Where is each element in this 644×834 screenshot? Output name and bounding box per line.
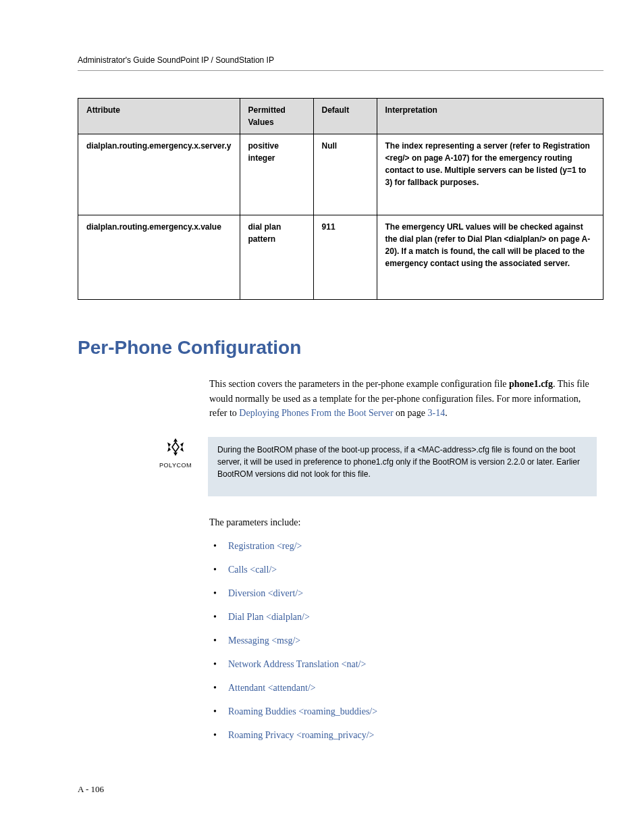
- link-diversion[interactable]: Diversion <divert/>: [228, 588, 303, 598]
- polycom-logo-icon: [165, 438, 186, 456]
- svg-marker-5: [180, 447, 184, 452]
- note-block: POLYCOM During the BootROM phase of the …: [155, 437, 597, 496]
- params-list: Registration <reg/> Calls <call/> Divers…: [209, 539, 597, 742]
- cell-permitted: dial plan pattern: [240, 215, 313, 300]
- list-item: Diversion <divert/>: [209, 586, 597, 600]
- th-attribute: Attribute: [78, 99, 240, 134]
- intro-paragraph: This section covers the parameters in th…: [209, 377, 597, 421]
- th-permitted: Permitted Values: [240, 99, 313, 134]
- polycom-logo: POLYCOM: [155, 438, 196, 471]
- list-item: Roaming Buddies <roaming_buddies/>: [209, 704, 597, 719]
- list-item: Network Address Translation <nat/>: [209, 657, 597, 671]
- th-default: Default: [313, 99, 377, 134]
- intro-text-4: .: [445, 408, 448, 418]
- list-item: Calls <call/>: [209, 563, 597, 577]
- cell-attribute: dialplan.routing.emergency.x.server.y: [78, 134, 240, 215]
- polycom-logo-text: POLYCOM: [159, 461, 192, 471]
- link-calls[interactable]: Calls <call/>: [228, 565, 277, 575]
- intro-text-1: This section covers the parameters in th…: [209, 379, 509, 389]
- link-roaming-buddies[interactable]: Roaming Buddies <roaming_buddies/>: [228, 706, 377, 716]
- intro-pageref[interactable]: 3-14: [428, 408, 446, 418]
- link-messaging[interactable]: Messaging <msg/>: [228, 635, 300, 646]
- note-box: During the BootROM phase of the boot-up …: [208, 437, 597, 496]
- svg-marker-3: [180, 442, 184, 447]
- intro-bold-filename: phone1.cfg: [509, 379, 553, 389]
- link-attendant[interactable]: Attendant <attendant/>: [228, 683, 316, 693]
- page-footer: A - 106: [78, 783, 603, 796]
- list-item: Dial Plan <dialplan/>: [209, 610, 597, 624]
- link-roaming-privacy[interactable]: Roaming Privacy <roaming_privacy/>: [228, 730, 374, 740]
- list-item: Roaming Privacy <roaming_privacy/>: [209, 728, 597, 742]
- list-item: Messaging <msg/>: [209, 633, 597, 648]
- svg-marker-2: [167, 442, 171, 447]
- svg-marker-4: [167, 447, 171, 452]
- link-dialplan[interactable]: Dial Plan <dialplan/>: [228, 612, 310, 622]
- intro-link-deploying[interactable]: Deploying Phones From the Boot Server: [239, 408, 393, 418]
- list-item: Attendant <attendant/>: [209, 681, 597, 695]
- intro-text-3: on page: [394, 408, 428, 418]
- table-row: dialplan.routing.emergency.x.value dial …: [78, 215, 603, 300]
- cell-interpretation: The index representing a server (refer t…: [377, 134, 603, 215]
- svg-marker-0: [173, 438, 178, 442]
- list-intro: The parameters include:: [209, 515, 597, 529]
- cell-default: Null: [313, 134, 377, 215]
- svg-marker-1: [173, 452, 178, 456]
- link-nat[interactable]: Network Address Translation <nat/>: [228, 659, 366, 669]
- section-heading: Per-Phone Configuration: [78, 334, 603, 362]
- table-header-row: Attribute Permitted Values Default Inter…: [78, 99, 603, 134]
- params-table: Attribute Permitted Values Default Inter…: [78, 98, 603, 300]
- cell-attribute: dialplan.routing.emergency.x.value: [78, 215, 240, 300]
- th-interpretation: Interpretation: [377, 99, 603, 134]
- cell-default: 911: [313, 215, 377, 300]
- cell-permitted: positive integer: [240, 134, 313, 215]
- list-item: Registration <reg/>: [209, 539, 597, 553]
- svg-marker-6: [172, 442, 179, 452]
- cell-interpretation: The emergency URL values will be checked…: [377, 215, 603, 300]
- table-row: dialplan.routing.emergency.x.server.y po…: [78, 134, 603, 215]
- link-registration[interactable]: Registration <reg/>: [228, 541, 302, 551]
- page-header: Administrator's Guide SoundPoint IP / So…: [78, 54, 603, 71]
